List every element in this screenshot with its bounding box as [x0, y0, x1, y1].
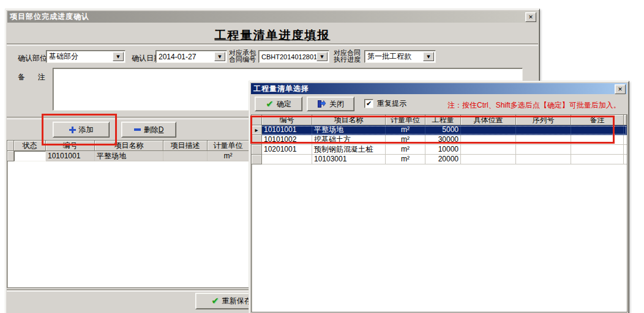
- cell-name[interactable]: 预制钢筋混凝土桩: [312, 145, 386, 155]
- row-indicator-cell: [252, 145, 262, 155]
- contract-no-combo[interactable]: CBHT2014012801 ▼: [258, 50, 329, 63]
- page-title: 工程量清单进度填报: [6, 28, 539, 43]
- back-window-title: 项目部位完成进度确认: [10, 12, 89, 22]
- chevron-down-icon[interactable]: ▼: [214, 52, 225, 61]
- ok-button-label: 确定: [277, 99, 291, 109]
- ok-button[interactable]: ✔ 确定: [255, 97, 302, 111]
- confirm-date-combo[interactable]: 2014-01-27 ▼: [155, 50, 227, 63]
- check-icon: ✔: [211, 296, 219, 306]
- cell-note[interactable]: [571, 145, 624, 155]
- cell-qty[interactable]: 10000: [425, 145, 461, 155]
- confirm-part-combo[interactable]: 基础部分 ▼: [46, 50, 125, 63]
- hint-note: 注：按住Ctrl、Shift多选后点【确定】可批量后加入。: [447, 100, 621, 111]
- cell-code[interactable]: [262, 155, 312, 164]
- cell-code[interactable]: 10101001: [46, 151, 95, 161]
- col-header-unit: 计量单位: [208, 141, 249, 151]
- cell-unit[interactable]: m²: [386, 155, 425, 164]
- cell-serial[interactable]: [516, 155, 571, 164]
- cell-name[interactable]: 10103001: [312, 155, 386, 164]
- progress-value: 第一批工程款: [367, 51, 411, 62]
- row-indicator-cell: [252, 155, 262, 164]
- remark-label: 备 注: [18, 72, 45, 83]
- col-header-desc: 项目描述: [163, 141, 208, 151]
- contract-no-value: CBHT2014012801: [261, 53, 317, 61]
- cell-filler: [624, 155, 627, 164]
- front-window: 工程量清单选择 ✕ ✔ 确定 关闭 ✔ 重复提示: [249, 81, 629, 313]
- repeat-prompt-label: 重复提示: [377, 98, 406, 109]
- row-indicator-header: [7, 141, 14, 151]
- contract-no-label: 对应承包 合同编号: [229, 50, 256, 63]
- progress-combo[interactable]: 第一批工程款 ▼: [364, 50, 436, 63]
- close-button[interactable]: 关闭: [307, 97, 354, 111]
- row-indicator-cell: [7, 151, 14, 161]
- minus-icon: [134, 128, 141, 131]
- front-grid: 编号 项目名称 计量单位 工程量 具体位置 序列号 备注 ▸ 10101001 …: [251, 114, 627, 312]
- cell-note[interactable]: [571, 155, 624, 164]
- chevron-down-icon[interactable]: ▼: [316, 52, 328, 61]
- repeat-prompt-checkbox[interactable]: ✔ 重复提示: [364, 98, 406, 109]
- annotation-box-selected-row: [250, 116, 615, 144]
- back-window-close-button[interactable]: ✕: [525, 12, 536, 22]
- col-header-filler: [624, 115, 627, 125]
- cell-location[interactable]: [461, 145, 516, 155]
- confirm-date-value: 2014-01-27: [159, 53, 196, 61]
- cell-unit[interactable]: m²: [386, 145, 425, 155]
- chevron-down-icon[interactable]: ▼: [113, 52, 124, 61]
- checkbox-icon[interactable]: ✔: [364, 99, 373, 108]
- cell-filler: [624, 125, 627, 135]
- close-button-label: 关闭: [329, 99, 344, 109]
- cell-qty[interactable]: 20000: [425, 155, 461, 164]
- cell-status[interactable]: [14, 151, 46, 161]
- screen: 项目部位完成进度确认 ✕ 工程量清单进度填报 确认部位 基础部分 ▼ 确认日期 …: [0, 0, 644, 313]
- table-row[interactable]: 10201001 预制钢筋混凝土桩 m² 10000: [252, 145, 627, 155]
- front-window-titlebar[interactable]: 工程量清单选择 ✕: [251, 83, 627, 94]
- resave-button-label: 重新保存: [222, 296, 252, 306]
- front-window-title: 工程量清单选择: [253, 84, 309, 94]
- cell-name[interactable]: 平整场地: [95, 151, 163, 161]
- delete-button[interactable]: 删除D: [121, 122, 176, 138]
- confirm-part-label: 确认部位: [18, 53, 47, 64]
- exit-door-icon: [317, 100, 326, 108]
- check-icon: ✔: [266, 100, 274, 109]
- cell-desc[interactable]: [163, 151, 208, 161]
- divider: [7, 43, 538, 46]
- front-window-close-button[interactable]: ✕: [615, 84, 626, 94]
- delete-button-label: 删除D: [144, 125, 164, 135]
- cell-filler: [624, 145, 627, 155]
- cell-serial[interactable]: [516, 145, 571, 155]
- cell-filler: [624, 135, 627, 145]
- annotation-box-add: [42, 114, 117, 145]
- cell-unit[interactable]: m²: [208, 151, 249, 161]
- cell-code[interactable]: 10201001: [262, 145, 312, 155]
- cell-location[interactable]: [461, 155, 516, 164]
- close-icon: ✕: [528, 15, 533, 20]
- confirm-part-value: 基础部分: [49, 51, 78, 62]
- table-row[interactable]: 10103001 m² 20000: [252, 155, 627, 164]
- progress-label: 对应合同 执行进度: [334, 50, 361, 63]
- chevron-down-icon[interactable]: ▼: [423, 52, 434, 61]
- back-window-titlebar[interactable]: 项目部位完成进度确认 ✕: [7, 11, 537, 23]
- close-icon: ✕: [618, 87, 623, 92]
